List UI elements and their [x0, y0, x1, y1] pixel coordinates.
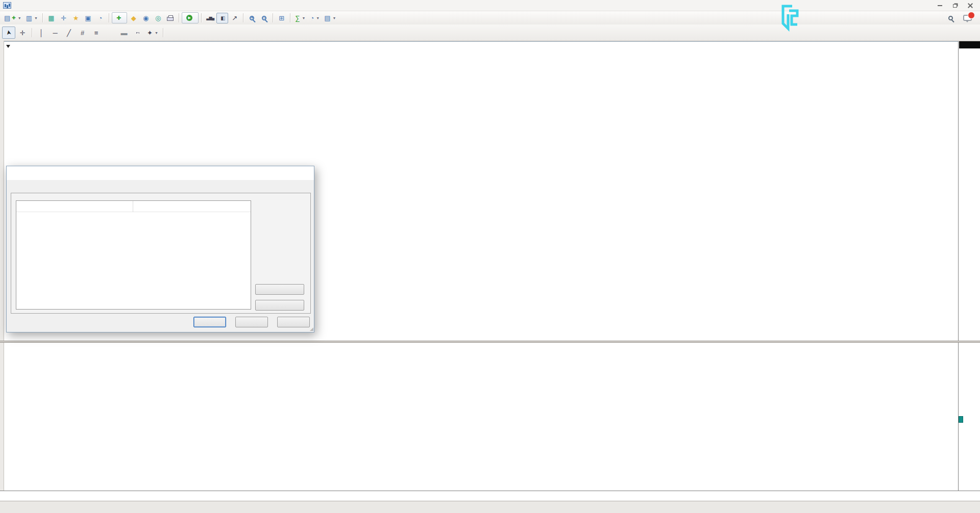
vertical-line-icon: │ — [39, 29, 43, 37]
ok-button[interactable] — [193, 317, 226, 327]
channel-tool-button[interactable]: # — [76, 27, 89, 39]
menu-bar — [0, 0, 980, 11]
periods-clock-icon: ◔ — [310, 14, 314, 22]
zoom-out-button[interactable]: − — [258, 13, 270, 23]
new-chart-button[interactable]: ▤✚▼ — [2, 13, 23, 23]
strategy-tester-button[interactable]: ◔ — [94, 13, 106, 23]
restore-button[interactable] — [951, 2, 959, 9]
reset-button[interactable] — [277, 317, 310, 327]
resize-grip-icon[interactable]: ◢ — [310, 326, 313, 331]
indicator-axis[interactable] — [958, 343, 980, 491]
current-price-tag — [959, 41, 980, 48]
cancel-button[interactable] — [235, 317, 268, 327]
periods-button[interactable]: ◔▼ — [308, 13, 322, 23]
profiles-icon: ▥ — [26, 14, 32, 22]
panel-splitter[interactable] — [0, 341, 980, 343]
load-button[interactable] — [255, 284, 304, 295]
metaeditor-button[interactable]: ◆ — [128, 13, 139, 23]
autotrading-icon: ▶ — [186, 15, 192, 21]
crosshair-target-icon: ✛ — [61, 14, 66, 22]
horizontal-line-tool-button[interactable]: ─ — [48, 27, 62, 39]
fibonacci-icon: ≡ — [94, 29, 99, 37]
line-chart-icon: ↗ — [232, 14, 237, 22]
fibonacci-tool-button[interactable]: ≡ — [90, 27, 103, 39]
cursor-tool-button[interactable]: ➤ — [2, 27, 15, 39]
notification-badge — [968, 12, 975, 19]
collapse-triangle-icon[interactable] — [6, 45, 10, 48]
plus-icon: ✚ — [12, 15, 16, 20]
tile-windows-button[interactable]: ⊞ — [276, 13, 287, 23]
new-order-icon: ✚ — [116, 15, 121, 21]
crosshair-tool-button[interactable]: ✛ — [16, 27, 29, 39]
bar-chart-button[interactable]: ▃▆▄ — [204, 13, 216, 23]
dialog-help-button[interactable] — [283, 167, 299, 180]
zero-level-marker — [959, 416, 963, 423]
terminal-button[interactable]: ▣ — [82, 13, 94, 23]
date-axis[interactable] — [0, 491, 980, 501]
dropdown-arrow-icon: ▼ — [333, 16, 336, 20]
label-tool-button[interactable]: ▬ — [117, 27, 131, 39]
line-chart-button[interactable]: ↗ — [229, 13, 240, 23]
trendline-tool-button[interactable]: ╱ — [62, 27, 76, 39]
dropdown-arrow-icon: ▼ — [18, 16, 21, 20]
window-controls — [936, 2, 980, 9]
shapes-icon: ✦ — [147, 29, 153, 37]
text-tool-button[interactable] — [104, 27, 117, 39]
cmf-indicator-panel[interactable] — [0, 343, 980, 491]
inputs-table[interactable] — [16, 200, 251, 310]
save-button[interactable] — [255, 300, 304, 311]
tile-windows-icon: ⊞ — [279, 14, 284, 22]
table-header — [16, 201, 251, 212]
minimize-button[interactable] — [936, 2, 943, 9]
standard-toolbar: ▤✚▼ ▥▼ ▦ ✛ ★ ▣ ◔ ✚ ◆ ◉ ◎ ▶ ▃▆▄ ▮▯ ↗ + − … — [0, 11, 980, 24]
dialog-title-bar[interactable] — [7, 166, 314, 180]
templates-button[interactable]: ▤▼ — [322, 13, 338, 23]
tester-clock-icon: ◔ — [99, 14, 103, 22]
terminal-icon: ▣ — [85, 14, 91, 22]
dialog-close-button[interactable] — [299, 167, 314, 180]
textbox-icon — [136, 32, 139, 33]
bar-chart-icon: ▃▆▄ — [206, 16, 214, 20]
drawing-toolbar: ➤ ✛ │ ─ ╱ # ≡ ▬ ✦▼ — [0, 24, 980, 41]
autotrading-button[interactable]: ▶ — [182, 12, 199, 23]
new-order-button[interactable]: ✚ — [112, 12, 127, 23]
dropdown-arrow-icon: ▼ — [302, 16, 306, 20]
signal-icon: ◎ — [155, 14, 161, 22]
candlestick-chart-button[interactable]: ▮▯ — [216, 13, 228, 23]
indicators-icon: ∑ — [295, 14, 300, 22]
market-watch-button[interactable]: ▦ — [45, 13, 57, 23]
chart-title — [6, 45, 19, 48]
chart-tab-bar — [0, 501, 980, 513]
dialog-tab-page — [11, 193, 311, 314]
profiles-button[interactable]: ▥▼ — [24, 13, 40, 23]
horizontal-line-icon: ─ — [53, 29, 57, 37]
signals-button[interactable]: ◎ — [152, 13, 164, 23]
mt4-window: ▤✚▼ ▥▼ ▦ ✛ ★ ▣ ◔ ✚ ◆ ◉ ◎ ▶ ▃▆▄ ▮▯ ↗ + − … — [0, 0, 980, 513]
chart-left-edge — [0, 41, 4, 501]
vertical-line-tool-button[interactable]: │ — [35, 27, 48, 39]
crosshair-icon: ✛ — [20, 29, 26, 37]
experts-button[interactable]: ◉ — [140, 13, 152, 23]
price-axis[interactable] — [958, 41, 980, 341]
chat-icon[interactable] — [963, 15, 972, 21]
templates-icon: ▤ — [324, 14, 330, 22]
print-button[interactable] — [164, 13, 176, 23]
cmf-line-series — [0, 343, 958, 491]
candlestick-icon: ▮▯ — [220, 15, 224, 21]
tradingfinder-watermark — [778, 4, 806, 32]
zoom-in-icon: + — [250, 16, 254, 20]
data-window-button[interactable]: ✛ — [58, 13, 69, 23]
current-price-line — [4, 41, 958, 42]
indicators-button[interactable]: ∑▼ — [293, 13, 307, 23]
textbox-tool-button[interactable] — [131, 27, 144, 39]
label-icon: ▬ — [121, 29, 128, 37]
close-button[interactable] — [967, 2, 974, 9]
printer-icon — [167, 17, 174, 21]
market-watch-icon: ▦ — [48, 14, 54, 22]
search-icon[interactable] — [948, 16, 953, 20]
zoom-in-button[interactable]: + — [246, 13, 258, 23]
arrows-tool-button[interactable]: ✦▼ — [145, 27, 160, 39]
navigator-button[interactable]: ★ — [70, 13, 82, 23]
dropdown-arrow-icon: ▼ — [155, 31, 158, 35]
zoom-out-icon: − — [262, 16, 266, 20]
